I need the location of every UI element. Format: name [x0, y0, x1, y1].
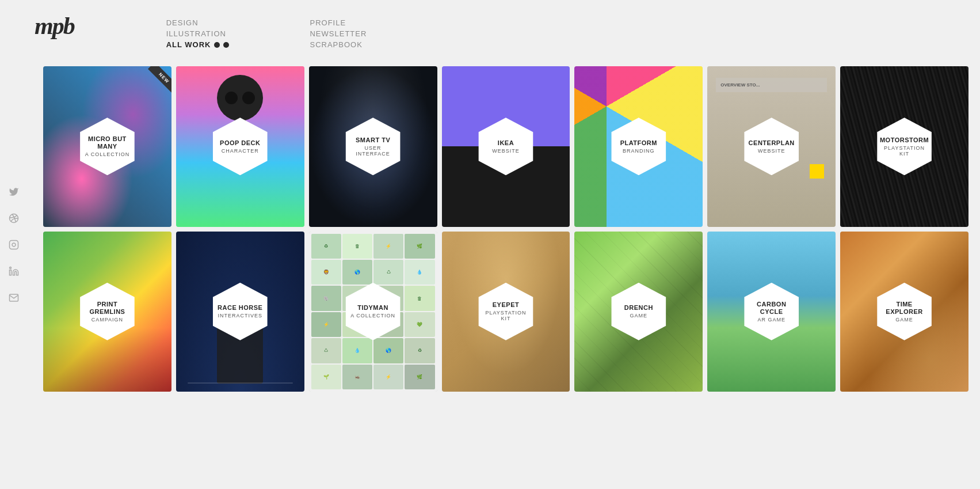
- hex-ikea: IKEA WEBSITE: [474, 117, 537, 175]
- portfolio-ikea[interactable]: IKEA WEBSITE: [442, 66, 570, 227]
- svg-rect-1: [10, 240, 18, 249]
- hex-carboncycle: CARBON CYCLE AR GAME: [740, 283, 803, 340]
- dot2: [223, 42, 229, 48]
- hex-tidyman: TIDYMAN A COLLECTION: [341, 283, 405, 340]
- linkedin-icon[interactable]: [6, 263, 22, 279]
- dot1: [214, 42, 220, 48]
- nav-newsletter[interactable]: NEWSLETTER: [310, 29, 367, 38]
- twitter-icon[interactable]: [6, 184, 22, 200]
- logo[interactable]: mpb: [35, 14, 74, 38]
- portfolio-row-2: PRINT GREMLINS CAMPAIGN RACE HORSE INTER…: [43, 232, 968, 392]
- portfolio-micro-but-many[interactable]: NEW MICRO BUT MANY A COLLECTION: [43, 66, 171, 227]
- portfolio-centerplan[interactable]: OVERVIEW STO... CENTERPLAN WEBSITE: [707, 66, 836, 227]
- nav-illustration[interactable]: ILLUSTRATION: [166, 29, 230, 38]
- hex-printgremlins: PRINT GREMLINS CAMPAIGN: [75, 283, 139, 340]
- portfolio-race-horse[interactable]: RACE HORSE INTERACTIVES: [176, 232, 304, 392]
- hex-timeexplorer: TIME EXPLORER GAME: [873, 283, 936, 340]
- portfolio-eyepet[interactable]: EYEPET PLAYSTATION KIT: [442, 232, 570, 392]
- hex-micro: MICRO BUT MANY A COLLECTION: [75, 117, 139, 175]
- portfolio-motorstorm[interactable]: MOTORSTORM PLAYSTATION KIT: [840, 66, 968, 227]
- hex-racehorse: RACE HORSE INTERACTIVES: [208, 283, 272, 340]
- portfolio-tidyman[interactable]: ♻ 🗑 ⚡ 🌿 🦁 🌎 ♺ 💧 🐘 🌱 ♻ 🗑 ⚡ 🌿 🦓 💚 ♺ 💧 🌎: [309, 232, 437, 392]
- portfolio-platform[interactable]: PLATFORM BRANDING: [574, 66, 703, 227]
- hex-centerplan: CENTERPLAN WEBSITE: [740, 117, 803, 175]
- nav-profile[interactable]: PROFILE: [310, 18, 367, 27]
- svg-point-3: [10, 267, 12, 268]
- hex-platform: PLATFORM BRANDING: [607, 117, 670, 175]
- hex-eyepet: EYEPET PLAYSTATION KIT: [474, 283, 537, 340]
- nav-scrapbook[interactable]: SCRAPBOOK: [310, 40, 367, 49]
- portfolio-row-1: NEW MICRO BUT MANY A COLLECTION: [43, 66, 968, 227]
- new-badge-wrap: NEW: [137, 66, 171, 101]
- header: mpb DESIGN ILLUSTRATION ALL WORK PROFILE…: [0, 0, 980, 60]
- portfolio-print-gremlins[interactable]: PRINT GREMLINS CAMPAIGN: [43, 232, 171, 392]
- nav-secondary: PROFILE NEWSLETTER SCRAPBOOK: [310, 18, 367, 49]
- nav-all-work[interactable]: ALL WORK: [166, 40, 211, 49]
- social-sidebar: [0, 172, 28, 317]
- email-icon[interactable]: [6, 290, 22, 306]
- dribbble-icon[interactable]: [6, 210, 22, 226]
- new-badge: NEW: [148, 66, 171, 94]
- instagram-icon[interactable]: [6, 237, 22, 253]
- portfolio-poop-deck[interactable]: POOP DECK CHARACTER: [176, 66, 304, 227]
- hex-drench: DRENCH GAME: [607, 283, 670, 340]
- hex-smarttv: SMART TV USER INTERFACE: [341, 117, 405, 175]
- nav-design[interactable]: DESIGN: [166, 18, 230, 27]
- portfolio-time-explorer[interactable]: TIME EXPLORER GAME: [840, 232, 968, 392]
- portfolio-smart-tv[interactable]: SMART TV USER INTERFACE: [309, 66, 437, 227]
- hex-poop: POOP DECK CHARACTER: [208, 117, 272, 175]
- portfolio-carbon-cycle[interactable]: CARBON CYCLE AR GAME: [707, 232, 836, 392]
- nav-primary: DESIGN ILLUSTRATION ALL WORK: [166, 18, 230, 49]
- portfolio-drench[interactable]: DRENCH GAME: [574, 232, 703, 392]
- main-content: NEW MICRO BUT MANY A COLLECTION: [32, 60, 980, 408]
- hex-motorstorm: MOTORSTORM PLAYSTATION KIT: [873, 117, 936, 175]
